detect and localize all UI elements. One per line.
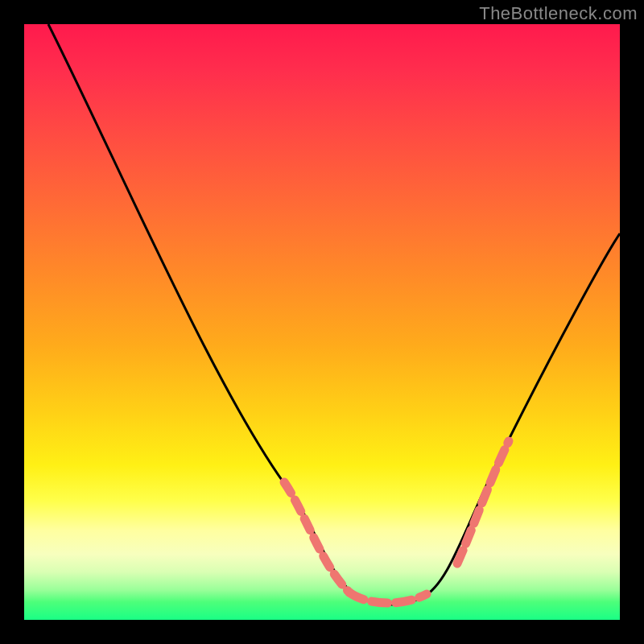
dash-right bbox=[457, 441, 509, 564]
bottleneck-curve bbox=[48, 24, 620, 605]
dash-left bbox=[284, 482, 349, 592]
chart-frame: TheBottleneck.com bbox=[0, 0, 644, 644]
plot-area bbox=[24, 24, 620, 620]
curve-svg bbox=[24, 24, 620, 620]
watermark-text: TheBottleneck.com bbox=[479, 3, 638, 24]
dash-bottom bbox=[349, 592, 427, 603]
